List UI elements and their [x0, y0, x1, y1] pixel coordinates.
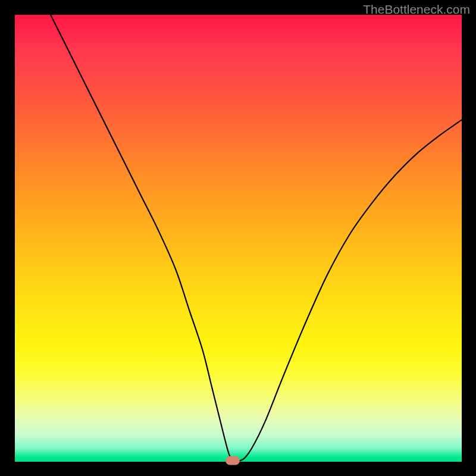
curve-svg — [15, 15, 462, 462]
bottleneck-curve — [51, 15, 462, 461]
optimal-marker — [226, 456, 240, 465]
watermark-text: TheBottleneck.com — [363, 2, 470, 17]
chart-container: TheBottleneck.com — [0, 0, 476, 476]
plot-area — [15, 15, 462, 462]
